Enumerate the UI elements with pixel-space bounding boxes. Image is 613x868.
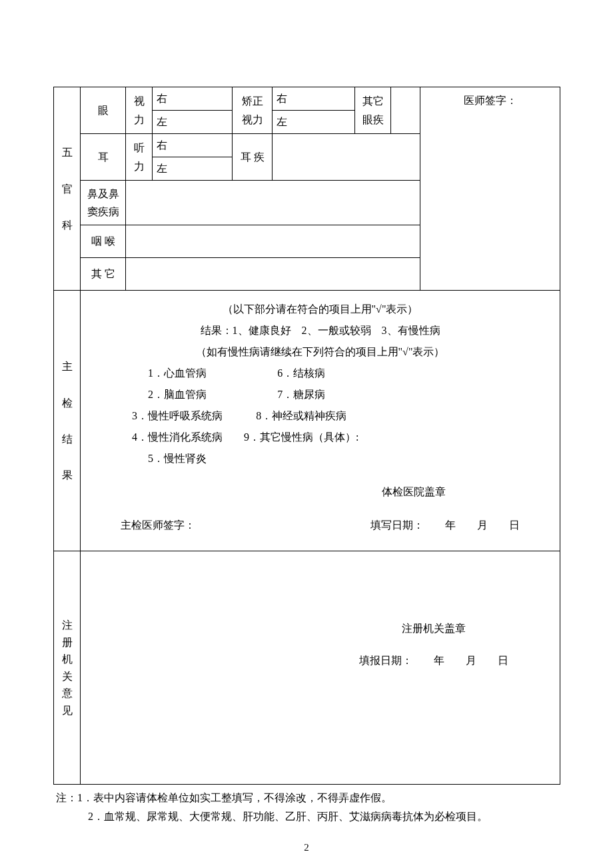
medical-form-table: 五 官 科 眼 视 力 右 矫正 视力 右 其它 眼疾 医师签字： 左 左 耳 … xyxy=(53,87,560,785)
maincheck-result-line: 结果：1、健康良好 2、一般或较弱 3、有慢性病 xyxy=(94,320,546,341)
hospital-stamp: 体检医院盖章 xyxy=(94,481,546,503)
disease-3: 3．慢性呼吸系统病 xyxy=(111,405,244,427)
hearing-left: 左 xyxy=(153,157,233,181)
chief-doctor-signature: 主检医师签字： xyxy=(121,515,195,536)
vision-label: 视 力 xyxy=(126,87,153,134)
maincheck-intro: （以下部分请在符合的项目上用"√"表示） xyxy=(94,299,546,320)
section-wuguan: 五 官 科 xyxy=(54,87,81,291)
disease-5: 5．慢性肾炎 xyxy=(111,448,244,469)
registration-content: 注册机关盖章 填报日期： 年 月 日 xyxy=(81,551,560,785)
disease-4: 4．慢性消化系统病 xyxy=(111,427,244,448)
vision-right: 右 xyxy=(153,87,233,111)
hearing-label: 听 力 xyxy=(126,134,153,181)
section-registration: 注 册 机 关 意 见 xyxy=(54,551,81,785)
disease-2: 2．脑血管病 xyxy=(111,384,244,405)
registration-stamp: 注册机关盖章 xyxy=(94,618,546,639)
section-main-check: 主 检 结 果 xyxy=(54,291,81,551)
fill-date: 填写日期： 年 月 日 xyxy=(370,515,520,536)
ear-label: 耳 xyxy=(81,134,126,181)
corrected-right: 右 xyxy=(273,87,355,111)
ear-disease-value xyxy=(273,134,420,181)
note-2: 2．血常规、尿常规、大便常规、肝功能、乙肝、丙肝、艾滋病病毒抗体为必检项目。 xyxy=(56,807,560,825)
disease-6: 6．结核病 xyxy=(244,363,358,384)
registration-fill-date: 填报日期： 年 月 日 xyxy=(94,650,546,671)
main-check-content: （以下部分请在符合的项目上用"√"表示） 结果：1、健康良好 2、一般或较弱 3… xyxy=(81,291,560,551)
throat-value xyxy=(126,225,420,258)
note-1: 1．表中内容请体检单位如实工整填写，不得涂改，不得弄虚作假。 xyxy=(77,792,392,803)
other-label: 其 它 xyxy=(81,258,126,291)
maincheck-chronic-note: （如有慢性病请继续在下列符合的项目上用"√"表示） xyxy=(94,341,546,363)
ear-disease-label: 耳 疾 xyxy=(233,134,273,181)
disease-8: 8．神经或精神疾病 xyxy=(244,405,358,427)
page-number: 2 xyxy=(53,825,560,855)
notes-prefix: 注： xyxy=(56,792,77,803)
other-eye-disease-label: 其它 眼疾 xyxy=(355,87,391,134)
disease-9: 9．其它慢性病（具体）: xyxy=(244,427,358,448)
eye-label: 眼 xyxy=(81,87,126,134)
nose-value xyxy=(126,181,420,225)
throat-label: 咽 喉 xyxy=(81,225,126,258)
corrected-vision-label: 矫正 视力 xyxy=(233,87,273,134)
disease-7: 7．糖尿病 xyxy=(244,384,358,405)
other-eye-disease-value xyxy=(391,87,420,134)
vision-left: 左 xyxy=(153,111,233,134)
doctor-signature-cell: 医师签字： xyxy=(420,87,560,291)
disease-1: 1．心血管病 xyxy=(111,363,244,384)
other-value xyxy=(126,258,420,291)
nose-label: 鼻及鼻 窦疾病 xyxy=(81,181,126,225)
notes-section: 注：1．表中内容请体检单位如实工整填写，不得涂改，不得弄虚作假。 2．血常规、尿… xyxy=(53,789,560,825)
corrected-left: 左 xyxy=(273,111,355,134)
hearing-right: 右 xyxy=(153,134,233,157)
